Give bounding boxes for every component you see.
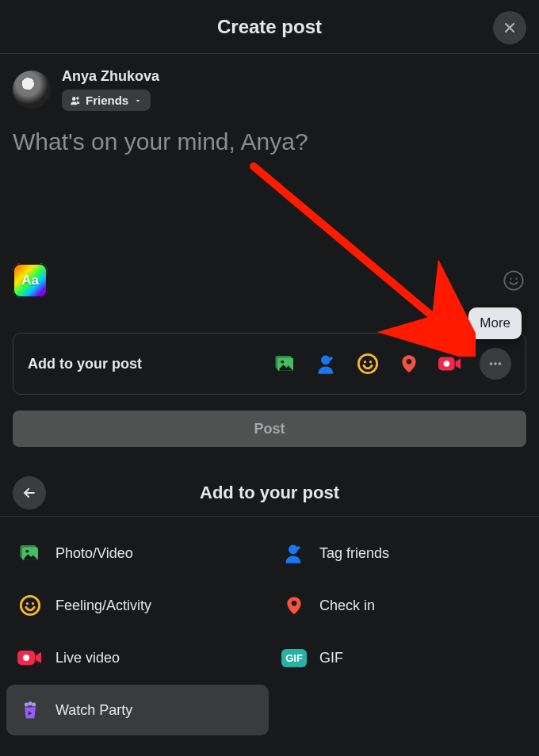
close-icon [502,20,518,36]
option-tag-friends[interactable]: Tag friends [270,528,533,578]
add-to-post-title: Add to your post [13,483,526,503]
option-live-video[interactable]: Live video [6,632,269,683]
avatar[interactable] [13,71,51,109]
svg-point-25 [32,602,34,605]
close-button[interactable] [493,11,526,44]
friends-icon [70,95,81,106]
svg-point-0 [72,97,76,101]
tag-person-icon [315,353,338,375]
compose-placeholder: What's on your mind, Anya? [13,128,526,155]
feeling-smiley-icon [357,353,379,375]
option-photo-video[interactable]: Photo/Video [6,528,269,578]
ellipsis-icon [487,355,504,372]
svg-point-3 [510,278,511,280]
svg-point-24 [26,602,29,605]
svg-point-11 [364,361,366,363]
author-name: Anya Zhukova [62,68,159,85]
feeling-smiley-icon [19,594,41,617]
option-label: Watch Party [55,702,132,719]
compose-area[interactable]: What's on your mind, Anya? Aa [0,116,539,298]
svg-point-13 [407,359,412,365]
svg-point-4 [515,278,517,280]
gif-icon: GIF [281,649,307,667]
more-options-button[interactable] [480,348,511,380]
photo-video-icon-button[interactable] [273,352,297,376]
svg-point-26 [292,601,297,606]
svg-point-28 [23,655,29,661]
svg-point-23 [21,596,39,614]
svg-point-8 [281,361,284,364]
option-label: Live video [55,650,120,666]
option-label: GIF [319,650,343,666]
photo-icon [273,352,297,376]
audience-selector[interactable]: Friends [62,90,151,111]
more-tooltip: More [468,307,522,339]
svg-point-29 [25,702,29,706]
tag-person-icon [283,542,305,564]
svg-point-17 [494,362,497,365]
checkin-icon-button[interactable] [397,352,421,376]
chevron-down-icon [133,96,143,105]
photo-icon [18,541,42,565]
option-label: Check in [319,598,375,614]
author-row: Anya Zhukova Friends [0,54,539,116]
svg-point-12 [369,361,372,363]
option-watch-party[interactable]: Watch Party [6,685,269,735]
option-check-in[interactable]: Check in [270,580,533,631]
emoji-picker-button[interactable] [501,268,526,293]
svg-point-9 [321,356,331,365]
background-picker-button[interactable]: Aa [13,263,48,298]
live-video-icon-button[interactable] [438,352,462,376]
svg-point-16 [490,362,493,365]
live-video-icon [17,648,43,667]
option-gif[interactable]: GIF GIF [270,632,533,683]
dialog-title: Create post [217,16,322,38]
svg-point-31 [32,702,36,706]
tag-friends-icon-button[interactable] [315,352,338,376]
svg-point-15 [444,361,450,367]
post-button[interactable]: Post [13,410,526,447]
svg-point-30 [28,701,32,705]
live-video-icon [438,354,462,373]
location-pin-icon [284,594,304,617]
svg-point-21 [25,550,29,553]
popcorn-icon [19,699,41,721]
post-button-label: Post [254,421,285,437]
svg-point-2 [504,271,522,289]
option-label: Photo/Video [55,545,133,562]
feeling-icon-button[interactable] [356,352,380,376]
add-to-post-header: Add to your post [0,469,539,517]
option-label: Feeling/Activity [55,598,151,614]
add-to-post-label: Add to your post [28,356,142,372]
svg-point-10 [358,354,377,372]
aa-icon: Aa [21,273,39,288]
svg-point-1 [76,97,79,100]
svg-point-22 [289,545,298,555]
audience-label: Friends [86,94,128,107]
add-to-post-options: Photo/Video Tag friends Feeling/Activity… [0,517,539,742]
svg-point-18 [499,362,502,365]
option-feeling-activity[interactable]: Feeling/Activity [6,580,269,631]
add-to-post-bar: Add to your post [13,333,526,395]
dialog-header: Create post [0,0,539,54]
option-label: Tag friends [319,545,389,562]
location-pin-icon [399,352,419,376]
smiley-outline-icon [503,269,525,292]
